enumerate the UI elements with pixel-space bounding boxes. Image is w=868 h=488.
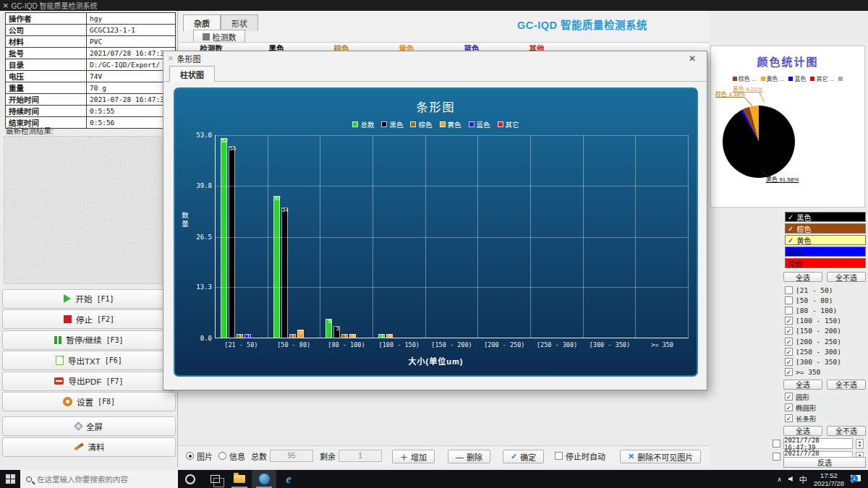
button-gear[interactable]: 设置[F8] [2,392,176,411]
bar-value-label: 1 [349,334,358,340]
color-filter-黄色[interactable]: ✓黄色 [785,235,866,245]
add-button[interactable]: ＋增加 [392,450,435,463]
color-filter-蓝色[interactable]: 蓝色 [785,247,866,257]
taskbar-search[interactable] [20,470,178,488]
tab-histogram[interactable]: 柱状图 [169,66,215,82]
checkbox[interactable] [785,296,793,304]
total-count-field[interactable] [270,450,313,462]
checkbox[interactable]: ✓ [785,403,793,411]
field-row: 批号2021/07/28 16:47:32 [6,48,176,59]
checkbox[interactable]: ✓ [785,393,793,401]
size-filter[interactable]: ✓>= 350 [785,367,866,377]
size-filter[interactable]: [50 - 80) [785,295,866,305]
dialog-titlebar[interactable]: ✕ 条形图 ✕ [163,51,707,66]
checkbox[interactable]: ✓ [785,327,793,335]
color-filter-bar[interactable]: ✓黑色 [785,212,866,222]
shape-filter[interactable]: ✓长条形 [785,414,866,424]
select-all-button[interactable]: 全选 [783,380,822,390]
datetime-field[interactable]: 2021/7/28 16:47:39 [783,438,853,449]
select-all-button[interactable]: 全选 [783,426,822,436]
tab-杂质[interactable]: 杂质 [183,14,221,31]
y-gridline [216,287,689,288]
checkbox[interactable]: ✓ [785,348,793,356]
size-filter[interactable]: ✓[250 - 300) [785,346,866,356]
size-filter[interactable]: ✓[300 - 350) [785,356,866,367]
color-filter-黑色[interactable]: ✓黑色 [785,212,866,222]
volume-icon[interactable] [788,476,793,481]
remain-count-field[interactable] [339,450,382,462]
color-filter-其他[interactable]: 其他 [785,258,866,268]
spinner[interactable]: ▲▼ [856,439,864,449]
color-filter-棕色[interactable]: ✓棕色 [785,223,866,234]
cortana-button[interactable] [178,470,203,488]
app-taskbar-button[interactable] [252,470,276,488]
date-filter[interactable]: 2021/7/28 16:47:39▲▼ [773,439,867,449]
radio-info-dot[interactable] [218,452,226,460]
start-button[interactable] [0,470,20,488]
color-filter-label: 黑色 [796,212,811,223]
notification-icon[interactable]: 1 [851,475,861,484]
color-filter-bar[interactable]: 其他 [785,258,866,268]
field-row: 重量70 g [6,82,176,94]
button-fullscreen[interactable]: 全屏 [2,416,176,436]
tab-形状[interactable]: 形状 [221,14,258,31]
checkbox[interactable]: ✓ [785,368,793,376]
delete-button[interactable]: —删除 [448,450,490,463]
color-filter-bar[interactable]: 蓝色 [785,247,866,257]
search-input[interactable] [37,475,160,484]
export-pdf-icon [54,377,64,385]
checkbox[interactable] [773,440,780,448]
select-none-button[interactable]: 全不选 [827,426,866,436]
radio-info[interactable]: 信息 [218,450,245,462]
select-none-button[interactable]: 全不选 [827,272,866,282]
pie-title: 颜色统计图 [711,53,864,69]
taskbar-clock[interactable]: 17:52 2021/7/28 [814,471,844,487]
auto-stop-box[interactable] [555,452,563,460]
checkbox[interactable]: ✓ [785,338,793,346]
checkbox[interactable]: ✓ [785,317,793,325]
dialog-close-button[interactable]: ✕ [682,53,702,64]
button-play[interactable]: 开始[F1] [2,289,176,309]
bar-总数: 1 [378,334,385,338]
ime-indicator[interactable]: 中 [799,474,807,485]
size-filter[interactable]: [21 - 50) [785,285,866,295]
size-filter[interactable]: ✓[150 - 200) [785,326,866,336]
checkbox[interactable]: ✓ [785,414,793,422]
internet-explorer-button[interactable]: e [276,470,301,488]
bar-棕色: 1 [237,334,243,338]
checkbox[interactable]: ✓ [785,358,793,366]
file-explorer-button[interactable] [227,470,252,488]
color-filter-bar[interactable]: ✓棕色 [785,223,866,234]
shape-filter[interactable]: ✓圆形 [785,392,866,402]
button-stop[interactable]: 停止[F2] [2,309,176,329]
size-filter[interactable]: ✓[200 - 250) [785,336,866,346]
size-filter[interactable]: [80 - 100) [785,305,866,315]
button-export-txt[interactable]: 导出TXT[F6] [2,351,176,370]
button-clean[interactable]: 清料 [2,437,176,457]
checkbox-label: [250 - 300) [796,348,841,356]
invert-selection-button[interactable]: 反选 [783,457,866,468]
legend-item: 总数 [352,119,374,129]
auto-stop-checkbox[interactable]: 停止时自动 [555,450,605,462]
button-label: 导出PDF [68,375,101,387]
field-row: 目录D:/GC-IQD/Export/ [6,59,176,71]
app-circle-icon [259,474,270,484]
checkbox-label: [300 - 350) [796,358,841,366]
size-filter[interactable]: ✓[100 - 150) [785,316,866,326]
select-all-button[interactable]: 全选 [783,272,822,282]
button-pause[interactable]: 暂停/继续[F3] [2,330,176,350]
select-none-button[interactable]: 全不选 [827,380,866,390]
task-view-button[interactable] [203,470,227,488]
checkbox[interactable] [785,307,793,314]
checkbox[interactable] [773,453,780,461]
radio-image-dot[interactable] [186,452,194,460]
confirm-button[interactable]: ✓确定 [503,450,544,463]
checkbox[interactable] [785,286,793,294]
radio-image[interactable]: 图片 [186,450,213,462]
color-filter-bar[interactable]: ✓黄色 [785,235,866,245]
hidden-icons-chevron[interactable]: ∧ [777,476,782,483]
checkbox-label: [200 - 250) [796,338,841,346]
shape-filter[interactable]: ✓椭圆形 [785,403,866,413]
delete-invisible-button[interactable]: ✕删除不可见图片 [620,450,701,463]
button-export-pdf[interactable]: 导出PDF[F7] [2,372,176,391]
